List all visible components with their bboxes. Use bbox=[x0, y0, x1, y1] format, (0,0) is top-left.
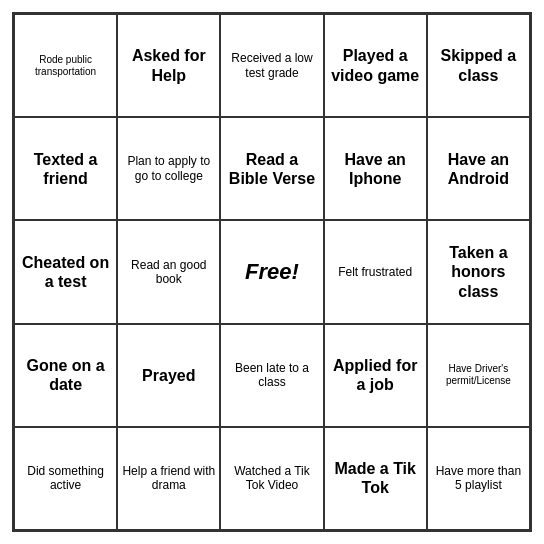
bingo-cell-16: Prayed bbox=[117, 324, 220, 427]
bingo-cell-19: Have Driver's permit/License bbox=[427, 324, 530, 427]
bingo-cell-17: Been late to a class bbox=[220, 324, 323, 427]
bingo-cell-6: Plan to apply to go to college bbox=[117, 117, 220, 220]
bingo-cell-13: Felt frustrated bbox=[324, 220, 427, 323]
bingo-cell-15: Gone on a date bbox=[14, 324, 117, 427]
bingo-cell-23: Made a Tik Tok bbox=[324, 427, 427, 530]
bingo-cell-18: Applied for a job bbox=[324, 324, 427, 427]
bingo-cell-3: Played a video game bbox=[324, 14, 427, 117]
bingo-cell-12: Free! bbox=[220, 220, 323, 323]
bingo-cell-21: Help a friend with drama bbox=[117, 427, 220, 530]
bingo-cell-0: Rode public transportation bbox=[14, 14, 117, 117]
bingo-cell-7: Read a Bible Verse bbox=[220, 117, 323, 220]
bingo-cell-11: Read an good book bbox=[117, 220, 220, 323]
bingo-cell-4: Skipped a class bbox=[427, 14, 530, 117]
bingo-cell-14: Taken a honors class bbox=[427, 220, 530, 323]
bingo-cell-5: Texted a friend bbox=[14, 117, 117, 220]
bingo-cell-8: Have an Iphone bbox=[324, 117, 427, 220]
bingo-cell-10: Cheated on a test bbox=[14, 220, 117, 323]
bingo-cell-2: Received a low test grade bbox=[220, 14, 323, 117]
bingo-cell-9: Have an Android bbox=[427, 117, 530, 220]
bingo-cell-22: Watched a Tik Tok Video bbox=[220, 427, 323, 530]
bingo-cell-1: Asked for Help bbox=[117, 14, 220, 117]
bingo-card: Rode public transportationAsked for Help… bbox=[12, 12, 532, 532]
bingo-cell-20: Did something active bbox=[14, 427, 117, 530]
bingo-cell-24: Have more than 5 playlist bbox=[427, 427, 530, 530]
